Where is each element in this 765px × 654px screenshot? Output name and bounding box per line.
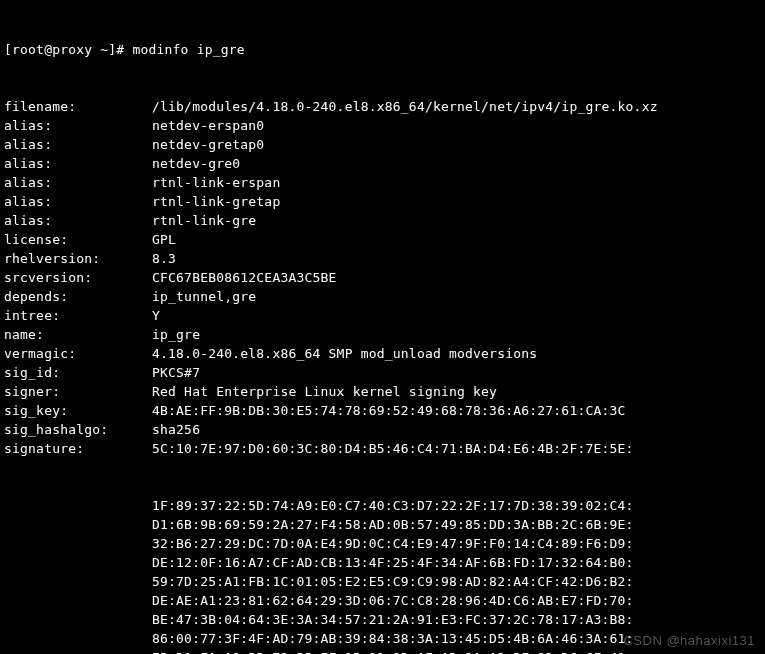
field-value: Y [152, 306, 160, 325]
field-value: ip_gre [152, 325, 200, 344]
field-label: license: [4, 230, 152, 249]
prompt-line: [root@proxy ~]# modinfo ip_gre [4, 40, 761, 59]
modinfo-row: filename:/lib/modules/4.18.0-240.el8.x86… [4, 97, 761, 116]
signature-line: 1F:89:37:22:5D:74:A9:E0:C7:40:C3:D7:22:2… [4, 496, 761, 515]
terminal-output: [root@proxy ~]# modinfo ip_gre filename:… [0, 0, 765, 654]
modinfo-row: signature:5C:10:7E:97:D0:60:3C:80:D4:B5:… [4, 439, 761, 458]
signature-value: D1:6B:9B:69:59:2A:27:F4:58:AD:0B:57:49:8… [152, 515, 634, 534]
signature-continuation: 1F:89:37:22:5D:74:A9:E0:C7:40:C3:D7:22:2… [4, 496, 761, 654]
field-label: alias: [4, 192, 152, 211]
signature-line: 32:B6:27:29:DC:7D:0A:E4:9D:0C:C4:E9:47:9… [4, 534, 761, 553]
field-value: Red Hat Enterprise Linux kernel signing … [152, 382, 497, 401]
modinfo-fields: filename:/lib/modules/4.18.0-240.el8.x86… [4, 97, 761, 458]
field-label: vermagic: [4, 344, 152, 363]
modinfo-row: sig_id:PKCS#7 [4, 363, 761, 382]
field-label: depends: [4, 287, 152, 306]
field-value: rtnl-link-erspan [152, 173, 280, 192]
field-value: /lib/modules/4.18.0-240.el8.x86_64/kerne… [152, 97, 658, 116]
signature-value: DE:12:0F:16:A7:CF:AD:CB:13:4F:25:4F:34:A… [152, 553, 634, 572]
modinfo-row: license:GPL [4, 230, 761, 249]
signature-value: 59:7D:25:A1:FB:1C:01:05:E2:E5:C9:C9:98:A… [152, 572, 634, 591]
modinfo-row: srcversion:CFC67BEB08612CEA3A3C5BE [4, 268, 761, 287]
signature-line: BE:47:3B:04:64:3E:3A:34:57:21:2A:91:E3:F… [4, 610, 761, 629]
field-value: ip_tunnel,gre [152, 287, 256, 306]
signature-value: EB:D1:FA:A8:BB:72:B5:EF:15:91:8D:AF:AB:2… [152, 648, 634, 654]
modinfo-row: alias:netdev-gretap0 [4, 135, 761, 154]
signature-value: BE:47:3B:04:64:3E:3A:34:57:21:2A:91:E3:F… [152, 610, 634, 629]
modinfo-row: sig_key:4B:AE:FF:9B:DB:30:E5:74:78:69:52… [4, 401, 761, 420]
field-label: intree: [4, 306, 152, 325]
field-label: alias: [4, 211, 152, 230]
field-label: signature: [4, 439, 152, 458]
signature-line: 86:00:77:3F:4F:AD:79:AB:39:84:38:3A:13:4… [4, 629, 761, 648]
signature-value: DE:AE:A1:23:81:62:64:29:3D:06:7C:C8:28:9… [152, 591, 634, 610]
field-label: signer: [4, 382, 152, 401]
field-label: rhelversion: [4, 249, 152, 268]
modinfo-row: alias:netdev-erspan0 [4, 116, 761, 135]
field-label: sig_id: [4, 363, 152, 382]
modinfo-row: alias:rtnl-link-erspan [4, 173, 761, 192]
field-label: sig_key: [4, 401, 152, 420]
signature-value: 1F:89:37:22:5D:74:A9:E0:C7:40:C3:D7:22:2… [152, 496, 634, 515]
prompt-space [124, 40, 132, 59]
field-label: alias: [4, 154, 152, 173]
field-value: GPL [152, 230, 176, 249]
modinfo-row: name:ip_gre [4, 325, 761, 344]
field-value: PKCS#7 [152, 363, 200, 382]
field-value: rtnl-link-gre [152, 211, 256, 230]
field-label: srcversion: [4, 268, 152, 287]
shell-command: modinfo ip_gre [132, 40, 244, 59]
field-value: sha256 [152, 420, 200, 439]
signature-line: D1:6B:9B:69:59:2A:27:F4:58:AD:0B:57:49:8… [4, 515, 761, 534]
modinfo-row: rhelversion:8.3 [4, 249, 761, 268]
field-label: filename: [4, 97, 152, 116]
field-label: alias: [4, 135, 152, 154]
field-label: sig_hashalgo: [4, 420, 152, 439]
field-value: 4.18.0-240.el8.x86_64 SMP mod_unload mod… [152, 344, 537, 363]
field-label: alias: [4, 173, 152, 192]
field-value: netdev-erspan0 [152, 116, 264, 135]
field-label: alias: [4, 116, 152, 135]
field-label: name: [4, 325, 152, 344]
signature-value: 32:B6:27:29:DC:7D:0A:E4:9D:0C:C4:E9:47:9… [152, 534, 634, 553]
field-value: CFC67BEB08612CEA3A3C5BE [152, 268, 337, 287]
field-value: netdev-gretap0 [152, 135, 264, 154]
signature-line: DE:AE:A1:23:81:62:64:29:3D:06:7C:C8:28:9… [4, 591, 761, 610]
modinfo-row: depends:ip_tunnel,gre [4, 287, 761, 306]
modinfo-row: vermagic:4.18.0-240.el8.x86_64 SMP mod_u… [4, 344, 761, 363]
field-value: 8.3 [152, 249, 176, 268]
field-value: 4B:AE:FF:9B:DB:30:E5:74:78:69:52:49:68:7… [152, 401, 626, 420]
field-value: 5C:10:7E:97:D0:60:3C:80:D4:B5:46:C4:71:B… [152, 439, 634, 458]
signature-line: DE:12:0F:16:A7:CF:AD:CB:13:4F:25:4F:34:A… [4, 553, 761, 572]
modinfo-row: intree:Y [4, 306, 761, 325]
shell-prompt: [root@proxy ~]# [4, 40, 124, 59]
modinfo-row: alias:rtnl-link-gre [4, 211, 761, 230]
signature-line: 59:7D:25:A1:FB:1C:01:05:E2:E5:C9:C9:98:A… [4, 572, 761, 591]
modinfo-row: alias:rtnl-link-gretap [4, 192, 761, 211]
modinfo-row: signer:Red Hat Enterprise Linux kernel s… [4, 382, 761, 401]
field-value: rtnl-link-gretap [152, 192, 280, 211]
modinfo-row: sig_hashalgo:sha256 [4, 420, 761, 439]
field-value: netdev-gre0 [152, 154, 240, 173]
modinfo-row: alias:netdev-gre0 [4, 154, 761, 173]
signature-line: EB:D1:FA:A8:BB:72:B5:EF:15:91:8D:AF:AB:2… [4, 648, 761, 654]
signature-value: 86:00:77:3F:4F:AD:79:AB:39:84:38:3A:13:4… [152, 629, 634, 648]
